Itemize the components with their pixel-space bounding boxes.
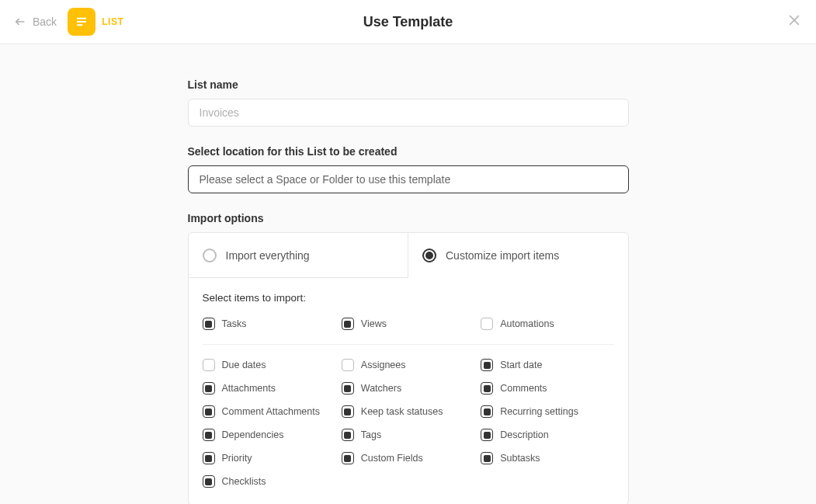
list-name-input[interactable] <box>188 99 629 127</box>
items-label: Start date <box>500 360 542 370</box>
checkbox-icon <box>342 405 354 418</box>
import-everything-tab[interactable]: Import everything <box>189 233 409 278</box>
top_items-item[interactable]: Automations <box>481 318 613 330</box>
top_items-label: Automations <box>500 318 554 329</box>
checkbox-icon <box>481 405 493 418</box>
items-label: Checklists <box>222 476 266 487</box>
back-label: Back <box>33 16 57 28</box>
items-item[interactable]: Due dates <box>203 359 335 371</box>
top_items-label: Views <box>361 318 387 329</box>
top_items-label: Tasks <box>222 318 247 329</box>
items-item[interactable]: Subtasks <box>481 452 613 464</box>
checkbox-icon <box>481 318 493 330</box>
checkbox-icon <box>203 405 215 418</box>
svg-rect-3 <box>77 24 83 26</box>
checkbox-icon <box>481 359 493 371</box>
checkbox-icon <box>342 382 354 395</box>
items-item[interactable]: Checklists <box>203 475 335 488</box>
items-item[interactable]: Comments <box>481 382 613 395</box>
close-icon <box>786 12 802 28</box>
items-item[interactable]: Description <box>481 429 613 441</box>
import-options-panel: Import everything Customize import items… <box>188 232 629 504</box>
close-button[interactable] <box>786 12 802 31</box>
items-item[interactable]: Assignees <box>342 359 474 371</box>
location-label: Select location for this List to be crea… <box>188 145 629 158</box>
checkbox-icon <box>481 429 493 441</box>
items-label: Watchers <box>361 383 401 394</box>
checkbox-icon <box>203 452 215 464</box>
modal-body: List name Select location for this List … <box>0 44 816 504</box>
items-label: Attachments <box>222 383 276 394</box>
items-label: Assignees <box>361 360 406 370</box>
arrow-left-icon <box>14 16 26 28</box>
checkbox-icon <box>481 452 493 464</box>
customize-import-tab[interactable]: Customize import items <box>408 233 628 278</box>
items-label: Comment Attachments <box>222 406 320 417</box>
checkbox-icon <box>203 318 215 330</box>
svg-rect-1 <box>77 18 86 19</box>
radio-unselected-icon <box>203 249 217 262</box>
back-button[interactable]: Back <box>14 16 57 28</box>
location-select[interactable]: Please select a Space or Folder to use t… <box>188 165 629 193</box>
items-item[interactable]: Recurring settings <box>481 405 613 418</box>
location-placeholder: Please select a Space or Folder to use t… <box>200 173 451 186</box>
import-tabs: Import everything Customize import items <box>189 233 628 278</box>
checkbox-icon <box>203 429 215 441</box>
items-item[interactable]: Start date <box>481 359 613 371</box>
items-label: Description <box>500 429 549 440</box>
top_items-item[interactable]: Tasks <box>203 318 335 330</box>
import-options-label: Import options <box>188 212 629 224</box>
items-label: Tags <box>361 429 381 440</box>
top_items-item[interactable]: Views <box>342 318 474 330</box>
checkbox-icon <box>342 452 354 464</box>
list-name-label: List name <box>188 78 629 91</box>
items-label: Custom Fields <box>361 453 423 464</box>
items-item[interactable]: Custom Fields <box>342 452 474 464</box>
items-item[interactable]: Tags <box>342 429 474 441</box>
top-items-grid: TasksViewsAutomations <box>203 318 614 345</box>
modal-header: Back LIST Use Template <box>0 0 816 44</box>
items-label: Priority <box>222 453 252 464</box>
select-items-label: Select items to import: <box>203 292 614 304</box>
checkbox-icon <box>481 382 493 395</box>
items-label: Comments <box>500 383 547 394</box>
list-icon <box>68 8 95 36</box>
svg-rect-2 <box>77 21 86 23</box>
items-item[interactable]: Priority <box>203 452 335 464</box>
chip-label: LIST <box>102 16 123 27</box>
checkbox-icon <box>203 359 215 371</box>
import-body: Select items to import: TasksViewsAutoma… <box>189 278 628 504</box>
items-item[interactable]: Attachments <box>203 382 335 395</box>
checkbox-icon <box>342 359 354 371</box>
import-everything-label: Import everything <box>226 249 310 262</box>
items-item[interactable]: Dependencies <box>203 429 335 441</box>
radio-selected-icon <box>422 249 436 262</box>
items-item[interactable]: Keep task statuses <box>342 405 474 418</box>
items-label: Dependencies <box>222 429 284 440</box>
checkbox-icon <box>203 475 215 488</box>
customize-import-label: Customize import items <box>446 249 559 262</box>
items-label: Subtasks <box>500 453 540 464</box>
items-label: Keep task statuses <box>361 406 443 417</box>
template-form: List name Select location for this List … <box>188 78 629 504</box>
checkbox-icon <box>342 429 354 441</box>
checkbox-icon <box>342 318 354 330</box>
items-label: Due dates <box>222 360 266 370</box>
template-type-chip: LIST <box>68 8 123 36</box>
items-grid: Due datesAssigneesStart dateAttachmentsW… <box>203 359 614 488</box>
checkbox-icon <box>203 382 215 395</box>
items-item[interactable]: Watchers <box>342 382 474 395</box>
items-label: Recurring settings <box>500 406 578 417</box>
items-item[interactable]: Comment Attachments <box>203 405 335 418</box>
